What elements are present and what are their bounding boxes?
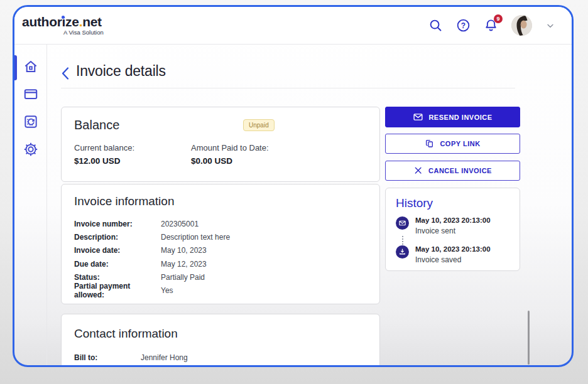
left-nav-sidebar: [14, 45, 47, 365]
field-value: Partially Paid: [161, 273, 205, 282]
brand-logo[interactable]: authorize.net A Visa Solution: [22, 15, 104, 36]
envelope-icon: [413, 112, 423, 122]
field-label: Email:: [74, 366, 141, 367]
copy-icon: [425, 139, 435, 149]
table-row: Description:Description text here: [74, 230, 367, 243]
balance-card-title: Balance: [74, 118, 367, 132]
cancel-invoice-button[interactable]: CANCEL INVOICE: [385, 161, 520, 181]
table-row: Invoice date:May 10, 2023: [74, 244, 367, 257]
contact-information-card: Contact information Bill to:Jennifer Hon…: [61, 314, 380, 367]
payments-card-icon[interactable]: [23, 86, 39, 102]
timeline-connector: [402, 236, 510, 245]
table-row: Email:Jennifer.Hong@mail.com: [74, 364, 367, 367]
field-label: Due date:: [74, 260, 161, 269]
event-timestamp: May 10, 2023 20:13:00: [415, 245, 491, 253]
history-event: May 10, 2023 20:13:00 Invoice saved: [396, 245, 509, 264]
back-chevron-icon[interactable]: [61, 67, 70, 80]
table-row: Partial payment allowed:Yes: [74, 284, 367, 297]
search-icon[interactable]: [428, 18, 443, 33]
settings-gear-icon[interactable]: [23, 141, 39, 157]
resend-invoice-button[interactable]: RESEND INVOICE: [385, 107, 520, 127]
contact-card-title: Contact information: [74, 327, 367, 341]
active-nav-indicator: [14, 55, 17, 80]
table-row: Due date:May 12, 2023: [74, 257, 367, 270]
field-label: Bill to:: [74, 353, 141, 362]
invoice-information-card: Invoice information Invoice number:20230…: [61, 184, 380, 304]
x-icon: [413, 166, 423, 176]
field-value: Yes: [161, 286, 173, 295]
field-label: Status:: [74, 273, 161, 282]
history-card: History May 10, 2023 20:13:00 Invoice se…: [385, 188, 520, 271]
save-icon: [396, 245, 409, 259]
event-label: Invoice saved: [415, 255, 491, 264]
amount-paid-value: $0.00 USD: [191, 156, 269, 166]
field-label: Invoice number:: [74, 220, 161, 228]
account-chevron-down-icon[interactable]: [545, 21, 555, 31]
svg-text:?: ?: [461, 21, 466, 30]
envelope-icon: [396, 216, 409, 230]
field-value: Jennifer.Hong@mail.com: [141, 366, 225, 367]
field-label: Description:: [74, 233, 161, 242]
copy-link-button[interactable]: COPY LINK: [385, 134, 520, 154]
invoice-card-title: Invoice information: [74, 195, 367, 208]
event-timestamp: May 10, 2023 20:13:00: [415, 216, 491, 225]
notifications-bell-icon[interactable]: 9: [484, 18, 498, 33]
amount-paid-label: Amount Paid to Date:: [191, 143, 269, 152]
table-row: Invoice number:202305001: [74, 217, 367, 230]
user-avatar[interactable]: [511, 15, 532, 36]
current-balance-value: $12.00 USD: [74, 156, 191, 166]
unpaid-status-badge: Unpaid: [243, 119, 275, 131]
field-value: 202305001: [161, 220, 199, 228]
scrollbar-thumb[interactable]: [528, 311, 530, 365]
current-balance-label: Current balance:: [74, 143, 191, 152]
app-window: authorize.net A Visa Solution ? 9: [13, 5, 574, 367]
home-icon[interactable]: [23, 58, 39, 75]
field-value: Jennifer Hong: [141, 353, 188, 362]
field-label: Partial payment allowed:: [74, 282, 161, 299]
history-card-title: History: [396, 196, 509, 210]
page-title: Invoice details: [76, 63, 166, 80]
table-row: Bill to:Jennifer Hong: [74, 351, 367, 364]
title-divider: [61, 88, 515, 88]
balance-card: Balance Unpaid Current balance: $12.00 U…: [61, 107, 380, 182]
main-content: Invoice details Balance Unpaid Current b…: [47, 45, 572, 365]
field-value: Description text here: [161, 233, 230, 242]
field-value: May 10, 2023: [161, 246, 207, 255]
brand-tagline: A Visa Solution: [63, 29, 104, 36]
field-label: Invoice date:: [74, 246, 161, 255]
brand-blue-tittle: [62, 16, 65, 19]
event-label: Invoice sent: [415, 227, 491, 235]
notification-count-badge: 9: [494, 14, 503, 23]
virtual-terminal-icon[interactable]: [23, 114, 39, 130]
help-icon[interactable]: ?: [456, 18, 471, 33]
field-value: May 12, 2023: [161, 260, 207, 269]
top-header: authorize.net A Visa Solution ? 9: [14, 7, 572, 45]
history-event: May 10, 2023 20:13:00 Invoice sent: [396, 216, 509, 235]
